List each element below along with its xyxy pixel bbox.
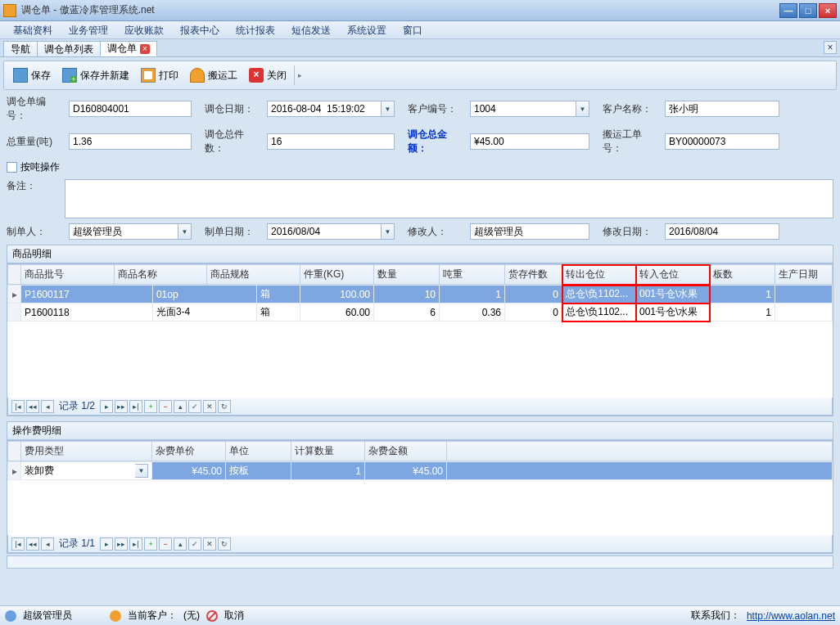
nav-first-button[interactable]: |◂ — [11, 537, 25, 551]
toolbar-overflow-icon[interactable]: ▸ — [298, 71, 305, 79]
col-gg[interactable]: 商品规格 — [207, 265, 300, 285]
checkbox-adcz[interactable]: 按吨操作 — [7, 160, 60, 174]
nav-first-button[interactable]: |◂ — [11, 400, 25, 413]
col-ph[interactable]: 商品批号 — [21, 265, 115, 285]
menu-receivable[interactable]: 应收账款 — [116, 21, 172, 38]
maximize-button[interactable]: □ — [799, 3, 817, 18]
input-khmc[interactable] — [665, 101, 779, 117]
input-zdr[interactable] — [69, 223, 178, 240]
col-jz[interactable]: 件重(KG) — [300, 265, 374, 285]
cancel-icon[interactable] — [206, 610, 218, 622]
input-xgr[interactable] — [470, 223, 589, 240]
status-url[interactable]: http://www.aolan.net — [747, 610, 835, 622]
input-xgrq[interactable] — [665, 223, 779, 240]
nav-del-button[interactable]: − — [159, 400, 172, 413]
col-scrq[interactable]: 生产日期 — [775, 265, 833, 285]
nav-last-button[interactable]: ▸| — [129, 400, 142, 413]
nav-prev-button[interactable]: ◂ — [41, 537, 54, 551]
menu-settings[interactable]: 系统设置 — [339, 21, 395, 38]
nav-refresh-button[interactable]: ↻ — [218, 400, 231, 413]
input-zzl[interactable] — [69, 133, 192, 150]
input-bygdh[interactable] — [665, 133, 779, 150]
nav-next-button[interactable]: ▸ — [100, 537, 113, 551]
worker-icon — [190, 68, 205, 83]
col-fee-unit[interactable]: 单位 — [226, 442, 291, 461]
tab-navigation[interactable]: 导航 — [3, 41, 38, 56]
print-icon — [141, 68, 156, 83]
input-dczje[interactable] — [470, 133, 589, 150]
grid-fee-header-row: 费用类型 杂费单价 单位 计算数量 杂费金额 — [8, 442, 833, 461]
save-button[interactable]: 保存 — [7, 65, 56, 86]
menu-business[interactable]: 业务管理 — [61, 21, 116, 38]
zdrq-dropdown-icon[interactable]: ▼ — [382, 223, 395, 240]
menu-stats[interactable]: 统计报表 — [228, 21, 283, 38]
khbh-dropdown-icon[interactable]: ▼ — [576, 101, 589, 117]
tab-close-icon[interactable]: × — [140, 44, 150, 54]
nav-confirm-button[interactable]: ✓ — [188, 400, 201, 413]
horizontal-scrollbar[interactable] — [7, 555, 833, 569]
col-fee-type[interactable]: 费用类型 — [21, 442, 152, 461]
nav-edit-button[interactable]: ▴ — [174, 537, 187, 551]
grid-fee-row[interactable]: ▸ 装卸费▼ ¥45.00 按板 1 ¥45.00 — [8, 462, 833, 480]
nav-confirm-button[interactable]: ✓ — [188, 537, 201, 551]
print-button[interactable]: 打印 — [135, 65, 184, 86]
label-dczjs: 调仓总件数： — [205, 128, 262, 155]
col-fee-amount[interactable]: 杂费金额 — [365, 442, 447, 461]
dcrq-dropdown-icon[interactable]: ▼ — [382, 101, 395, 117]
save-new-button[interactable]: 保存并新建 — [56, 65, 135, 86]
col-bs[interactable]: 板数 — [710, 265, 775, 285]
minimize-button[interactable]: — — [779, 3, 797, 18]
grid-fee-navigator: |◂ ◂◂ ◂ 记录 1/1 ▸ ▸▸ ▸| + − ▴ ✓ ✕ ↻ — [7, 535, 833, 553]
fee-type-dropdown-icon[interactable]: ▼ — [135, 464, 148, 478]
col-hcjs[interactable]: 货存件数 — [505, 265, 562, 285]
zdr-dropdown-icon[interactable]: ▼ — [178, 223, 192, 240]
col-zc[interactable]: 转出仓位 — [562, 265, 636, 285]
row-indicator — [8, 304, 21, 321]
nav-last-button[interactable]: ▸| — [129, 537, 142, 551]
nav-cancel-button[interactable]: ✕ — [203, 400, 216, 413]
input-zdrq[interactable] — [267, 223, 382, 240]
grid-goods-row[interactable]: ▸ P1600117 01op 箱 100.00 10 1 0 总仓\负1102… — [8, 286, 833, 304]
tab-dcd[interactable]: 调仓单 × — [100, 41, 157, 56]
window-close-button[interactable]: × — [819, 3, 837, 18]
status-cancel[interactable]: 取消 — [224, 609, 244, 623]
nav-nextpage-button[interactable]: ▸▸ — [115, 400, 128, 413]
tab-dcd-list[interactable]: 调仓单列表 — [37, 41, 101, 56]
col-mc[interactable]: 商品名称 — [114, 265, 207, 285]
menu-sms[interactable]: 短信发送 — [283, 21, 339, 38]
nav-del-button[interactable]: − — [159, 537, 172, 551]
nav-prevpage-button[interactable]: ◂◂ — [26, 537, 39, 551]
col-fee-qty[interactable]: 计算数量 — [291, 442, 365, 461]
menu-window[interactable]: 窗口 — [395, 21, 431, 38]
input-dczjs[interactable] — [267, 133, 395, 150]
nav-nextpage-button[interactable]: ▸▸ — [115, 537, 128, 551]
col-zr[interactable]: 转入仓位 — [636, 265, 710, 285]
col-sl[interactable]: 数量 — [374, 265, 440, 285]
grid-fee: 费用类型 杂费单价 单位 计算数量 杂费金额 ▸ 装卸费▼ ¥4 — [7, 440, 833, 554]
input-bz[interactable] — [65, 179, 833, 218]
nav-edit-button[interactable]: ▴ — [174, 400, 187, 413]
nav-refresh-button[interactable]: ↻ — [218, 537, 231, 551]
menu-basic[interactable]: 基础资料 — [5, 21, 61, 38]
save-icon — [13, 68, 28, 83]
col-tz[interactable]: 吨重 — [440, 265, 505, 285]
label-bz: 备注： — [7, 179, 60, 193]
col-fee-price[interactable]: 杂费单价 — [152, 442, 226, 461]
label-bygdh: 搬运工单号： — [603, 128, 660, 155]
nav-prev-button[interactable]: ◂ — [41, 400, 54, 413]
nav-add-button[interactable]: + — [144, 400, 157, 413]
grid-goods-row[interactable]: P1600118 光面3-4 箱 60.00 6 0.36 0 总仓\负1102… — [8, 304, 833, 321]
close-button[interactable]: ×关闭 — [243, 65, 292, 86]
input-dcrq[interactable] — [267, 101, 382, 117]
input-dcdbh[interactable] — [69, 101, 192, 117]
nav-prevpage-button[interactable]: ◂◂ — [26, 400, 39, 413]
menu-report-center[interactable]: 报表中心 — [172, 21, 228, 38]
worker-button[interactable]: 搬运工 — [184, 65, 243, 86]
label-dcdbh: 调仓单编号： — [7, 95, 64, 123]
nav-cancel-button[interactable]: ✕ — [203, 537, 216, 551]
tabs-close-button[interactable]: × — [824, 41, 837, 54]
input-khbh[interactable] — [470, 101, 576, 117]
nav-next-button[interactable]: ▸ — [100, 400, 113, 413]
menubar: 基础资料 业务管理 应收账款 报表中心 统计报表 短信发送 系统设置 窗口 — [0, 21, 840, 39]
nav-add-button[interactable]: + — [144, 537, 157, 551]
